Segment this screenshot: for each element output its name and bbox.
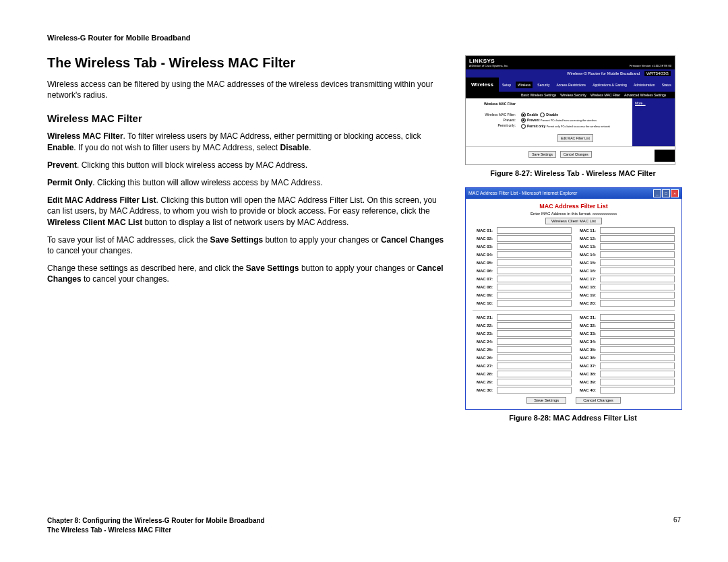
mac-input[interactable]	[600, 243, 675, 250]
mac-input[interactable]	[600, 363, 675, 369]
cancel-changes-button[interactable]: Cancel Changes	[576, 397, 620, 404]
save-settings-button[interactable]: Save Settings	[526, 397, 566, 404]
mac-label: MAC 37:	[576, 364, 596, 368]
mac-input[interactable]	[600, 346, 675, 353]
mac-input[interactable]	[497, 363, 572, 369]
tab-access[interactable]: Access Restrictions	[554, 82, 588, 88]
minimize-icon[interactable]: _	[653, 189, 661, 197]
mac-label: MAC 30:	[473, 388, 493, 392]
row-label: Prevent:	[468, 117, 516, 123]
text: . To filter wireless users by MAC Addres…	[123, 131, 421, 141]
edit-mac-filter-button[interactable]: Edit MAC Filter List	[557, 134, 593, 142]
mac-input[interactable]	[600, 387, 675, 394]
mac-input[interactable]	[600, 227, 675, 234]
mac-input[interactable]	[600, 379, 675, 385]
mac-input[interactable]	[600, 292, 675, 299]
mac-label: MAC 31:	[576, 315, 596, 319]
mac-input[interactable]	[497, 259, 572, 266]
tab-wireless[interactable]: Wireless	[516, 82, 533, 88]
figure-8-27: LINKSYS A Division of Cisco Systems, Inc…	[465, 55, 675, 165]
mac-label: MAC 35:	[576, 348, 596, 352]
mac-input[interactable]	[600, 251, 675, 258]
mac-input[interactable]	[600, 284, 675, 290]
mac-label: MAC 27:	[473, 364, 493, 368]
mac-label: MAC 29:	[473, 380, 493, 384]
text: button to apply your changes or	[263, 235, 381, 245]
mac-input[interactable]	[600, 330, 675, 337]
sub-tabs: Basic Wireless Settings Wireless Securit…	[466, 92, 675, 98]
radio-prevent[interactable]	[521, 118, 526, 123]
sub-heading: Wireless MAC Filter	[47, 113, 448, 124]
tab-setup[interactable]: Setup	[500, 82, 513, 88]
mac-input[interactable]	[497, 338, 572, 345]
mac-label: MAC 01:	[473, 228, 493, 232]
tab-security[interactable]: Security	[535, 82, 551, 88]
main-tabs: Setup Wireless Security Access Restricti…	[499, 80, 675, 90]
mac-input[interactable]	[497, 379, 572, 385]
mac-input[interactable]	[497, 251, 572, 258]
save-settings-button[interactable]: Save Settings	[528, 151, 556, 158]
mac-input[interactable]	[497, 371, 572, 377]
radio-permit[interactable]	[521, 124, 526, 129]
footer-chapter: Chapter 8: Configuring the Wireless-G Ro…	[47, 516, 265, 526]
mac-label: MAC 19:	[576, 293, 596, 297]
bold-label: Disable	[280, 143, 309, 152]
mac-input[interactable]	[600, 338, 675, 345]
mac-label: MAC 09:	[473, 293, 493, 297]
bold-label: Edit MAC Address Filter List	[47, 195, 156, 205]
subtab-macfilter[interactable]: Wireless MAC Filter	[590, 93, 620, 97]
filter-list-subtext: Enter MAC Address in this format: xxxxxx…	[473, 212, 675, 216]
figure-8-28: MAC Address Filter List - Microsoft Inte…	[465, 187, 682, 410]
mac-input[interactable]	[497, 322, 572, 329]
more-link[interactable]: More...	[635, 101, 672, 105]
mac-input[interactable]	[497, 243, 572, 250]
mac-input[interactable]	[497, 235, 572, 242]
mac-input[interactable]	[497, 284, 572, 290]
cisco-logo-icon	[655, 150, 675, 162]
radio-disable[interactable]	[540, 113, 545, 117]
mac-input[interactable]	[600, 300, 675, 307]
mac-input[interactable]	[600, 268, 675, 274]
text: Change these settings as described here,…	[47, 263, 246, 273]
maximize-icon[interactable]: □	[662, 189, 670, 197]
mac-input[interactable]	[497, 276, 572, 282]
mac-input[interactable]	[497, 330, 572, 337]
close-icon[interactable]: ×	[671, 189, 679, 197]
wireless-client-mac-list-button[interactable]: Wireless Client MAC List	[545, 218, 602, 224]
mac-label: MAC 36:	[576, 356, 596, 360]
doc-header: Wireless-G Router for Mobile Broadband	[47, 34, 681, 42]
tab-status[interactable]: Status	[660, 82, 673, 88]
mac-input[interactable]	[497, 227, 572, 234]
paragraph-save: To save your list of MAC addresses, clic…	[47, 235, 448, 256]
mac-input[interactable]	[497, 292, 572, 299]
mac-label: MAC 12:	[576, 237, 596, 241]
mac-input[interactable]	[497, 387, 572, 394]
mac-input[interactable]	[600, 322, 675, 329]
text: To save your list of MAC addresses, clic…	[47, 235, 210, 245]
label: Permit only	[527, 124, 545, 128]
subtab-security[interactable]: Wireless Security	[560, 93, 586, 97]
mac-input[interactable]	[600, 371, 675, 377]
bold-label: Cancel Changes	[381, 235, 444, 245]
mac-input[interactable]	[600, 276, 675, 282]
model-number: WRT54G3G	[644, 71, 671, 76]
mac-input[interactable]	[600, 259, 675, 266]
side-tab-wireless[interactable]: Wireless	[466, 77, 499, 92]
subtab-basic[interactable]: Basic Wireless Settings	[521, 93, 556, 97]
mac-input[interactable]	[497, 354, 572, 361]
tab-admin[interactable]: Administration	[632, 82, 657, 88]
text: button to apply your changes or	[299, 263, 417, 273]
mac-input[interactable]	[600, 354, 675, 361]
subtab-advanced[interactable]: Advanced Wireless Settings	[624, 93, 666, 97]
cancel-changes-button[interactable]: Cancel Changes	[560, 151, 592, 158]
mac-input[interactable]	[497, 346, 572, 353]
mac-input[interactable]	[497, 314, 572, 321]
mac-input[interactable]	[497, 300, 572, 307]
mac-label: MAC 20:	[576, 301, 596, 305]
mac-input[interactable]	[497, 268, 572, 274]
radio-enable[interactable]	[521, 113, 526, 117]
mac-input[interactable]	[600, 235, 675, 242]
tab-apps[interactable]: Applications & Gaming	[590, 82, 629, 88]
mac-input[interactable]	[600, 314, 675, 321]
bold-label: Prevent	[47, 160, 77, 170]
